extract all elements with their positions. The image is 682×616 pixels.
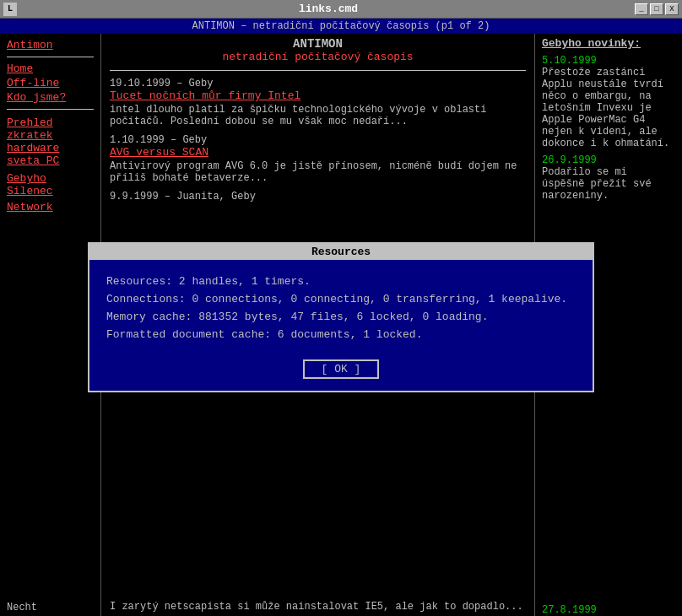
resources-dialog: Resources Resources: 2 handles, 1 timers… [88,242,594,392]
bottom-layout: Nechtposlapři Kzměne Woko Vás Vás e Názo… [0,596,682,616]
sidebar-divider-2 [7,109,94,110]
article-2-date: 1.10.1999 – Geby [110,134,526,146]
modal-body: Resources: 2 handles, 1 timers. Connecti… [89,260,593,352]
right-entry-1-text: Přestože zastánci Applu neustále tvrdí n… [542,67,675,149]
article-1: 19.10.1999 – Geby Tucet nočních můr firm… [110,78,526,127]
sidebar-link-kdojsme[interactable]: Kdo jsme? [7,91,94,104]
right-entry-2-text: Podařilo se mi úspěšně přežít své naroze… [542,166,675,202]
modal-line-4: Formatted document cache: 6 documents, 1… [106,327,576,344]
article-1-text: intel dlouho platil za špičku technologi… [110,104,526,127]
titlebar-title: links.cmd [22,3,635,15]
sidebar-link-gebyho[interactable]: GebyhoSilenec [7,172,94,197]
minimize-button[interactable]: _ [635,3,648,15]
titlebar: L links.cmd _ □ X [0,0,682,19]
bottom-left: Nechtposlapři Kzměne Woko Vás Vás e Názo… [0,596,101,616]
article-2-text: Antivirový program AVG 6.0 je jistě přín… [110,160,526,184]
sidebar-section-network: Network [7,201,94,213]
sidebar-link-offline[interactable]: Off-line [7,77,94,89]
close-button[interactable]: X [665,3,679,15]
sidebar-link-home[interactable]: Home [7,62,94,75]
bottom-right: 27.8.1999 S předstínem je dnes uveden te… [534,596,682,616]
modal-ok-button[interactable]: [ OK ] [303,359,380,379]
maximize-button[interactable]: □ [650,3,663,15]
bottom-right-date1: 27.8.1999 [542,604,675,616]
modal-titlebar: Resources [89,244,593,260]
article-3-date: 9.9.1999 – Juanita, Geby [110,191,526,203]
sidebar-section-geby: GebyhoSilenec [7,172,94,197]
article-2-title[interactable]: AVG versus SCAN [110,146,208,159]
browser-header: ANTIMON – netradiční počítačový časopis … [0,19,682,34]
right-entry-1-date: 5.10.1999 [542,55,675,67]
article-1-date: 19.10.1999 – Geby [110,78,526,89]
right-entry-2-date: 26.9.1999 [542,154,675,166]
article-2: 1.10.1999 – Geby AVG versus SCAN Antivir… [110,134,526,184]
sidebar: Antimon Home Off-line Kdo jsme? Prehledz… [0,34,101,596]
article-3-date-label: 9.9.1999 – Juanita, Geby [110,191,526,203]
sidebar-link-network[interactable]: Network [7,201,94,213]
modal-line-2: Connections: 0 connections, 0 connecting… [106,291,576,309]
modal-footer: [ OK ] [89,353,593,391]
content-subtitle: netradiční počítačový časopis [110,51,526,63]
bottom-intro-text: I zarytý netscapista si může nainstalova… [110,601,526,613]
sidebar-section-prehled: Prehledzkratekhardwaresveta PC [7,116,94,167]
titlebar-icon: L [3,3,17,16]
sidebar-link-prehled[interactable]: Prehledzkratekhardwaresveta PC [7,116,94,167]
right-sidebar-title: Gebyho novinky: [542,37,675,50]
sidebar-divider-1 [7,57,94,57]
bottom-left-text1: Nechtposlapři Kzměne [7,601,94,616]
bottom-content: I zarytý netscapista si může nainstalova… [101,596,534,616]
modal-line-1: Resources: 2 handles, 1 timers. [106,273,576,291]
titlebar-buttons: _ □ X [635,3,679,15]
content-divider-1 [110,70,526,71]
content-title: ANTIMON [110,37,526,51]
article-1-title[interactable]: Tucet nočních můr firmy Intel [110,89,300,102]
modal-line-3: Memory cache: 881352 bytes, 47 files, 6 … [106,309,576,327]
sidebar-link-antimon[interactable]: Antimon [7,39,94,51]
